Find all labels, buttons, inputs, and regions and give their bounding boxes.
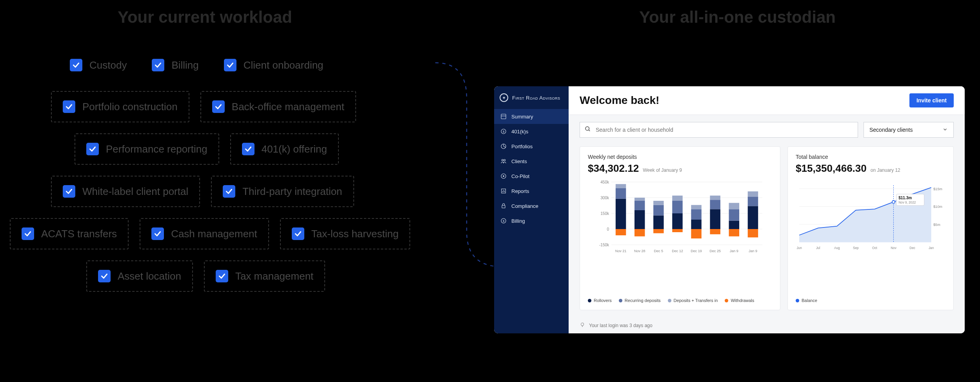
- balance-sub: on January 12: [871, 167, 900, 173]
- svg-rect-48: [691, 220, 701, 229]
- dropdown-selected: Secondary clients: [869, 127, 913, 133]
- svg-text:Nov: Nov: [891, 246, 896, 250]
- svg-rect-50: [691, 205, 701, 209]
- svg-text:Dec 19: Dec 19: [691, 249, 702, 253]
- svg-rect-43: [672, 213, 682, 229]
- svg-text:Nov 9, 2022: Nov 9, 2022: [898, 201, 916, 204]
- workload-tag: Custody: [63, 50, 134, 80]
- svg-text:$: $: [503, 130, 504, 133]
- svg-rect-0: [501, 114, 506, 119]
- cards-row: Weekly net deposits $34,302.12 Week of J…: [569, 143, 965, 317]
- deposits-bar-chart: 450k300k150k0-150kNov 21Nov 28Dec 5Dec 1…: [588, 180, 772, 255]
- svg-rect-39: [653, 205, 664, 216]
- sidebar-item-label: Portfolios: [511, 144, 533, 149]
- sidebar-item-label: Summary: [511, 114, 533, 120]
- svg-text:Nov 21: Nov 21: [615, 249, 627, 253]
- svg-rect-64: [748, 196, 758, 206]
- workload-tag: Third-party integration: [211, 176, 354, 207]
- sidebar-item-label: Co-Pilot: [511, 173, 529, 179]
- svg-rect-44: [672, 201, 682, 213]
- invite-client-button[interactable]: Invite client: [909, 93, 954, 107]
- legend-label: Recurring deposits: [625, 298, 661, 303]
- sidebar-item-billing[interactable]: $Billing: [494, 213, 569, 228]
- workload-tag-label: Tax management: [235, 270, 313, 282]
- search-input[interactable]: [595, 126, 853, 133]
- legend-dot: [668, 299, 671, 302]
- svg-text:Sep: Sep: [853, 246, 859, 250]
- workload-tag: Client onboarding: [217, 50, 331, 80]
- svg-rect-59: [729, 209, 739, 220]
- svg-text:Oct: Oct: [872, 246, 877, 250]
- checkbox-icon: [152, 59, 164, 71]
- summary-icon: [500, 113, 507, 120]
- checkbox-icon: [224, 59, 236, 71]
- sidebar-item-compliance[interactable]: Compliance: [494, 198, 569, 213]
- workload-tag: Billing: [145, 50, 205, 80]
- checkbox-icon: [63, 185, 75, 198]
- reports-icon: [500, 188, 507, 194]
- compliance-icon: [500, 203, 507, 209]
- sidebar-item-portfolios[interactable]: Portfolios: [494, 139, 569, 154]
- last-login-text: Your last login was 3 days ago: [589, 323, 653, 328]
- sidebar-item-copilot[interactable]: Co-Pilot: [494, 169, 569, 184]
- checkbox-icon: [242, 143, 255, 155]
- sidebar-item-401k[interactable]: $401(k)s: [494, 124, 569, 139]
- left-heading: Your current workload: [8, 8, 478, 27]
- sidebar-item-reports[interactable]: Reports: [494, 184, 569, 198]
- workload-tag-label: Portfolio construction: [82, 101, 178, 113]
- svg-text:0: 0: [607, 227, 609, 231]
- svg-line-17: [589, 130, 590, 131]
- dashboard-main: Welcome back! Invite client Secondary cl…: [569, 86, 965, 333]
- checkbox-icon: [86, 143, 99, 155]
- svg-rect-55: [710, 196, 720, 200]
- sidebar-item-label: 401(k)s: [511, 129, 528, 135]
- legend-label: Deposits + Transfers in: [674, 298, 718, 303]
- workload-tag-label: 401(k) offering: [262, 143, 327, 155]
- workload-tag: Cash management: [140, 218, 269, 249]
- legend-dot: [725, 299, 728, 302]
- svg-rect-66: [748, 229, 758, 237]
- svg-text:Dec: Dec: [909, 246, 915, 250]
- workload-tag-label: Third-party integration: [242, 186, 342, 198]
- checkbox-icon: [151, 227, 164, 240]
- sidebar-item-clients[interactable]: Clients: [494, 154, 569, 169]
- svg-text:Dec 25: Dec 25: [709, 249, 721, 253]
- search-input-container[interactable]: [580, 122, 858, 138]
- svg-rect-41: [653, 229, 664, 233]
- search-row: Secondary clients: [569, 115, 965, 143]
- svg-rect-53: [710, 209, 720, 229]
- workload-tag-grid: CustodyBillingClient onboardingPortfolio…: [8, 50, 478, 292]
- legend-dot: [796, 299, 799, 302]
- balance-value: $15,350,466.30: [796, 162, 867, 175]
- sidebar-item-label: Reports: [511, 188, 529, 194]
- dashboard-mock: ✦ First Road Advisors Summary$401(k)sPor…: [494, 86, 965, 333]
- workload-tag-label: Custody: [89, 59, 127, 71]
- svg-point-6: [504, 159, 505, 161]
- workload-tag-label: Client onboarding: [244, 59, 324, 71]
- sidebar-item-summary[interactable]: Summary: [494, 109, 569, 124]
- checkbox-icon: [216, 270, 228, 282]
- svg-text:Jul: Jul: [816, 246, 820, 250]
- workload-tag-label: Performance reporting: [106, 143, 207, 155]
- svg-rect-31: [616, 229, 626, 235]
- svg-rect-51: [691, 229, 701, 238]
- workload-tag-label: Tax-loss harvesting: [311, 228, 399, 240]
- copilot-icon: [500, 173, 507, 179]
- search-icon: [585, 126, 591, 134]
- client-filter-dropdown[interactable]: Secondary clients: [864, 122, 954, 138]
- deposits-legend: RolloversRecurring depositsDeposits + Tr…: [588, 298, 772, 303]
- svg-rect-58: [729, 221, 739, 229]
- workload-tag: Performance reporting: [75, 133, 219, 165]
- svg-rect-54: [710, 200, 720, 209]
- brand-icon: ✦: [500, 93, 508, 102]
- workload-tag: ACATS transfers: [10, 218, 129, 249]
- sidebar-item-label: Billing: [511, 218, 525, 224]
- svg-text:$10m: $10m: [933, 205, 942, 209]
- legend-item: Deposits + Transfers in: [668, 298, 718, 303]
- svg-rect-28: [616, 199, 626, 229]
- workload-tag: Tax-loss harvesting: [280, 218, 411, 249]
- svg-text:Dec 5: Dec 5: [654, 249, 664, 253]
- workload-tag-label: Asset location: [118, 270, 181, 282]
- workload-tag-label: Cash management: [171, 228, 257, 240]
- svg-rect-35: [635, 198, 645, 201]
